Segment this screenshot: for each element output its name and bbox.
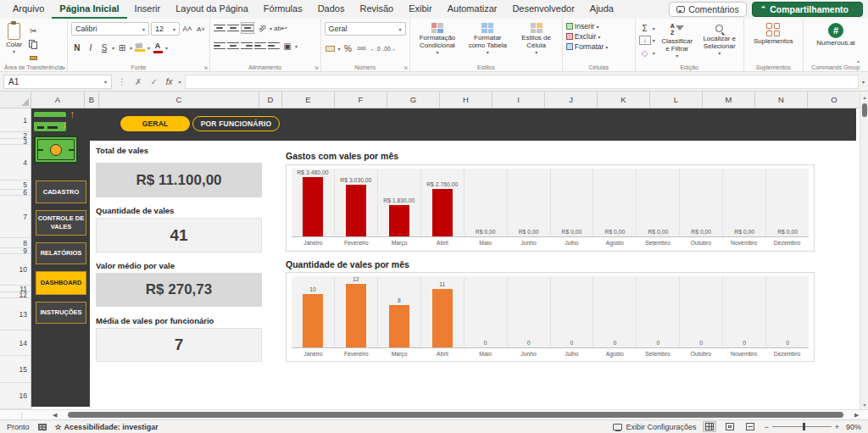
- zoom-in-icon[interactable]: +: [835, 423, 839, 431]
- sidebar-item-instruções[interactable]: INSTRUÇÕES: [36, 302, 86, 324]
- decrease-indent-icon[interactable]: [254, 40, 266, 52]
- zoom-slider[interactable]: − +: [764, 423, 839, 431]
- menu-tab-desenvolvedor[interactable]: Desenvolvedor: [504, 1, 581, 19]
- decrease-decimal-icon[interactable]: .00→: [383, 42, 397, 54]
- macro-record-icon[interactable]: [38, 424, 47, 430]
- align-middle-icon[interactable]: [227, 22, 239, 34]
- font-dialog-launcher[interactable]: ⇲: [203, 64, 208, 70]
- name-box[interactable]: A1 ▾: [3, 75, 112, 89]
- increase-indent-icon[interactable]: [268, 40, 280, 52]
- borders-icon[interactable]: ⊞: [116, 42, 128, 53]
- shrink-font-icon[interactable]: A˅: [195, 23, 207, 35]
- align-center-icon[interactable]: [227, 40, 239, 52]
- align-right-icon[interactable]: [241, 40, 253, 52]
- copy-icon[interactable]: [27, 38, 39, 50]
- numerous-ai-button[interactable]: # Numerous.ai: [814, 22, 857, 47]
- menu-tab-revisão[interactable]: Revisão: [352, 1, 401, 19]
- page-break-view-button[interactable]: [743, 421, 757, 432]
- orientation-icon[interactable]: ab: [253, 19, 270, 36]
- alignment-dialog-launcher[interactable]: ⇲: [314, 64, 319, 70]
- scroll-up-icon[interactable]: ▴: [860, 92, 868, 102]
- align-top-icon[interactable]: [214, 22, 225, 34]
- collapse-ribbon-icon[interactable]: ⌃: [855, 60, 861, 68]
- menu-tab-inserir[interactable]: Inserir: [127, 1, 169, 19]
- menu-tab-arquivo[interactable]: Arquivo: [5, 1, 52, 19]
- menu-tab-ajuda[interactable]: Ajuda: [582, 1, 621, 19]
- insert-cells-button[interactable]: Inserir ▾: [566, 22, 599, 31]
- align-left-icon[interactable]: [214, 40, 225, 52]
- cancel-icon[interactable]: ✗: [132, 77, 144, 86]
- menu-tab-fórmulas[interactable]: Fórmulas: [256, 1, 310, 19]
- row-header-9[interactable]: 9: [0, 248, 31, 254]
- column-header-N[interactable]: N: [755, 92, 808, 108]
- format-cells-button[interactable]: Formatar ▾: [566, 42, 609, 51]
- grow-font-icon[interactable]: A˄: [181, 23, 193, 35]
- select-all-corner[interactable]: [0, 92, 31, 108]
- normal-view-button[interactable]: [703, 421, 716, 432]
- format-painter-icon[interactable]: [27, 52, 39, 64]
- zoom-track[interactable]: [772, 426, 832, 427]
- row-header-7[interactable]: 7: [0, 196, 31, 238]
- number-dialog-launcher[interactable]: ⇲: [403, 64, 408, 70]
- column-header-J[interactable]: J: [545, 92, 598, 108]
- sidebar-item-cadastro[interactable]: CADASTRO: [36, 180, 86, 203]
- fill-color-icon[interactable]: [134, 42, 146, 53]
- row-header-16[interactable]: 16: [0, 383, 31, 409]
- enter-icon[interactable]: ✓: [147, 77, 159, 86]
- column-header-K[interactable]: K: [598, 92, 650, 108]
- column-header-L[interactable]: L: [650, 92, 703, 108]
- column-header-D[interactable]: D: [259, 92, 282, 108]
- row-header-10[interactable]: 10: [0, 254, 31, 286]
- menu-tab-automatizar[interactable]: Automatizar: [440, 1, 505, 19]
- scroll-down-icon[interactable]: ▾: [860, 399, 868, 409]
- comments-button[interactable]: Comentários: [669, 2, 747, 17]
- cut-icon[interactable]: ✂: [27, 25, 39, 36]
- number-format-select[interactable]: Geral ▾: [325, 22, 406, 36]
- column-header-M[interactable]: M: [703, 92, 755, 108]
- column-header-A[interactable]: A: [31, 92, 85, 108]
- row-header-13[interactable]: 13: [0, 298, 31, 330]
- vertical-scrollbar[interactable]: ▴ ▾: [860, 92, 868, 409]
- bold-button[interactable]: N: [71, 42, 83, 53]
- conditional-formatting-button[interactable]: Formatação Condicional ▾: [414, 22, 461, 57]
- view-tab-geral[interactable]: GERAL: [120, 116, 190, 131]
- share-button[interactable]: ⌃ Compartilhamento ▾: [752, 2, 863, 17]
- align-bottom-icon[interactable]: [241, 22, 254, 34]
- font-color-icon[interactable]: A: [152, 42, 164, 53]
- display-settings-button[interactable]: Exibir Configurações: [613, 423, 696, 431]
- menu-tab-página-inicial[interactable]: Página Inicial: [52, 1, 126, 19]
- find-select-button[interactable]: Localizar e Selecionar ▾: [699, 22, 740, 58]
- column-header-F[interactable]: F: [335, 92, 387, 108]
- autosum-icon[interactable]: Σ: [639, 22, 651, 34]
- vertical-scroll-thumb[interactable]: [862, 103, 867, 117]
- column-header-B[interactable]: B: [85, 92, 99, 108]
- formula-input[interactable]: [185, 75, 859, 89]
- merge-center-icon[interactable]: ▣: [281, 40, 293, 52]
- format-as-table-button[interactable]: Formatar como Tabela ▾: [464, 22, 511, 57]
- row-header-1[interactable]: 1: [0, 108, 31, 132]
- italic-button[interactable]: I: [85, 42, 97, 53]
- paste-button[interactable]: Colar ▾: [3, 22, 25, 56]
- delete-cells-button[interactable]: Excluir ▾: [566, 32, 601, 41]
- sidebar-item-controle-de-vales[interactable]: CONTROLE DE VALES: [36, 210, 86, 236]
- menu-tab-layout-da-página[interactable]: Layout da Página: [168, 1, 256, 19]
- sidebar-item-relatórios[interactable]: RELATÓRIOS: [36, 242, 86, 264]
- menu-tab-dados[interactable]: Dados: [310, 1, 353, 19]
- accounting-format-icon[interactable]: [325, 42, 337, 54]
- page-layout-view-button[interactable]: [723, 421, 737, 432]
- underline-button[interactable]: S: [98, 42, 110, 53]
- clipboard-dialog-launcher[interactable]: ⇲: [61, 64, 65, 70]
- row-header-14[interactable]: 14: [0, 330, 31, 356]
- sort-filter-button[interactable]: AZ Classificar e Filtrar ▾: [658, 22, 697, 60]
- cell-styles-button[interactable]: Estilos de Célula ▾: [514, 22, 558, 57]
- column-header-E[interactable]: E: [282, 92, 335, 108]
- column-header-G[interactable]: G: [387, 92, 440, 108]
- expand-formula-bar-icon[interactable]: ▾: [862, 79, 865, 85]
- wrap-text-icon[interactable]: ab↩: [274, 22, 287, 34]
- insert-function-icon[interactable]: fx: [164, 77, 175, 86]
- row-header-15[interactable]: 15: [0, 356, 31, 383]
- font-size-select[interactable]: 12 ▾: [151, 22, 180, 36]
- addins-button[interactable]: Suplementos: [751, 22, 796, 46]
- menu-tab-exibir[interactable]: Exibir: [401, 1, 440, 19]
- column-header-H[interactable]: H: [440, 92, 492, 108]
